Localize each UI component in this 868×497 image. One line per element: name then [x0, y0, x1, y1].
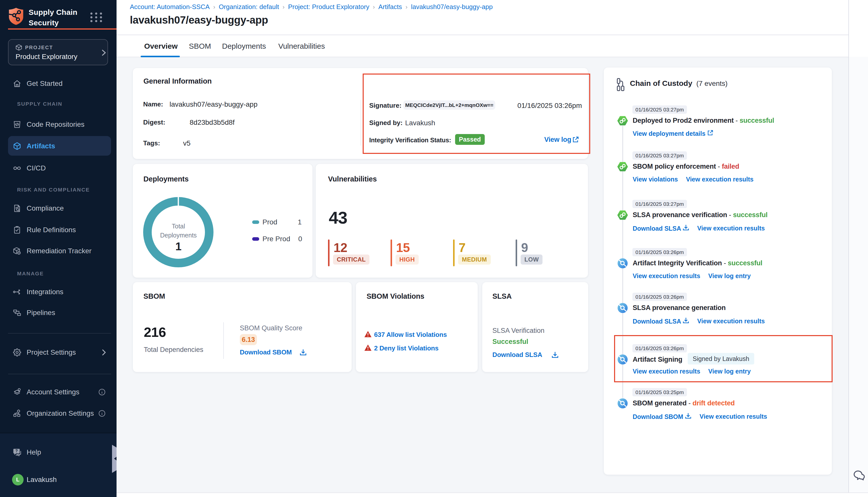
svg-text:?: ?	[15, 449, 18, 453]
